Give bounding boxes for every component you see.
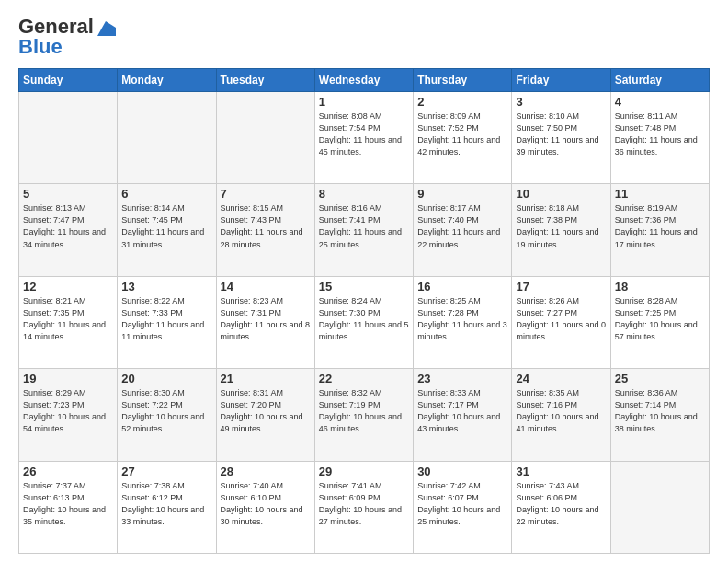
- day-info: Sunrise: 7:38 AMSunset: 6:12 PMDaylight:…: [121, 480, 211, 528]
- calendar-cell: 2Sunrise: 8:09 AMSunset: 7:52 PMDaylight…: [414, 92, 512, 184]
- day-info: Sunrise: 8:08 AMSunset: 7:54 PMDaylight:…: [319, 110, 409, 158]
- day-info: Sunrise: 8:31 AMSunset: 7:20 PMDaylight:…: [221, 387, 311, 435]
- calendar-cell: 3Sunrise: 8:10 AMSunset: 7:50 PMDaylight…: [512, 92, 610, 184]
- col-friday: Friday: [512, 69, 610, 92]
- day-info: Sunrise: 8:10 AMSunset: 7:50 PMDaylight:…: [516, 110, 606, 158]
- calendar-cell: 18Sunrise: 8:28 AMSunset: 7:25 PMDayligh…: [610, 276, 709, 368]
- day-info: Sunrise: 8:14 AMSunset: 7:45 PMDaylight:…: [121, 202, 211, 250]
- day-info: Sunrise: 8:29 AMSunset: 7:23 PMDaylight:…: [23, 387, 113, 435]
- day-info: Sunrise: 8:33 AMSunset: 7:17 PMDaylight:…: [417, 387, 507, 435]
- day-number: 15: [319, 280, 409, 293]
- col-monday: Monday: [118, 69, 216, 92]
- day-info: Sunrise: 8:21 AMSunset: 7:35 PMDaylight:…: [23, 295, 113, 343]
- calendar-cell: 22Sunrise: 8:32 AMSunset: 7:19 PMDayligh…: [314, 369, 413, 461]
- day-info: Sunrise: 8:16 AMSunset: 7:41 PMDaylight:…: [319, 202, 409, 250]
- calendar-week-row: 1Sunrise: 8:08 AMSunset: 7:54 PMDaylight…: [19, 92, 710, 184]
- day-number: 28: [221, 465, 311, 478]
- day-number: 24: [516, 372, 606, 385]
- calendar-cell: 12Sunrise: 8:21 AMSunset: 7:35 PMDayligh…: [19, 276, 118, 368]
- calendar-cell: 7Sunrise: 8:15 AMSunset: 7:43 PMDaylight…: [216, 184, 314, 276]
- col-tuesday: Tuesday: [216, 69, 314, 92]
- calendar-cell: 20Sunrise: 8:30 AMSunset: 7:22 PMDayligh…: [118, 369, 216, 461]
- day-number: 11: [615, 187, 705, 201]
- day-number: 2: [417, 95, 507, 109]
- calendar-cell: 25Sunrise: 8:36 AMSunset: 7:14 PMDayligh…: [610, 369, 709, 461]
- day-info: Sunrise: 7:37 AMSunset: 6:13 PMDaylight:…: [23, 480, 113, 528]
- day-info: Sunrise: 8:13 AMSunset: 7:47 PMDaylight:…: [23, 202, 113, 250]
- day-info: Sunrise: 8:26 AMSunset: 7:27 PMDaylight:…: [516, 295, 606, 343]
- day-number: 7: [221, 187, 311, 201]
- day-info: Sunrise: 7:43 AMSunset: 6:06 PMDaylight:…: [516, 480, 606, 528]
- calendar-week-row: 19Sunrise: 8:29 AMSunset: 7:23 PMDayligh…: [19, 369, 710, 461]
- col-sunday: Sunday: [19, 69, 118, 92]
- day-info: Sunrise: 8:11 AMSunset: 7:48 PMDaylight:…: [615, 110, 705, 158]
- calendar-cell: 9Sunrise: 8:17 AMSunset: 7:40 PMDaylight…: [414, 184, 512, 276]
- calendar-cell: 16Sunrise: 8:25 AMSunset: 7:28 PMDayligh…: [414, 276, 512, 368]
- day-number: 23: [417, 372, 507, 385]
- calendar-cell: 5Sunrise: 8:13 AMSunset: 7:47 PMDaylight…: [19, 184, 118, 276]
- calendar-cell: 10Sunrise: 8:18 AMSunset: 7:38 PMDayligh…: [512, 184, 610, 276]
- day-info: Sunrise: 8:32 AMSunset: 7:19 PMDaylight:…: [319, 387, 409, 435]
- day-info: Sunrise: 8:28 AMSunset: 7:25 PMDaylight:…: [615, 295, 705, 343]
- calendar-cell: 27Sunrise: 7:38 AMSunset: 6:12 PMDayligh…: [118, 461, 216, 553]
- calendar-cell: 31Sunrise: 7:43 AMSunset: 6:06 PMDayligh…: [512, 461, 610, 553]
- day-info: Sunrise: 8:35 AMSunset: 7:16 PMDaylight:…: [516, 387, 606, 435]
- calendar-cell: 23Sunrise: 8:33 AMSunset: 7:17 PMDayligh…: [414, 369, 512, 461]
- calendar-cell: 6Sunrise: 8:14 AMSunset: 7:45 PMDaylight…: [118, 184, 216, 276]
- day-number: 4: [615, 95, 705, 109]
- calendar-cell: 4Sunrise: 8:11 AMSunset: 7:48 PMDaylight…: [610, 92, 709, 184]
- day-info: Sunrise: 8:22 AMSunset: 7:33 PMDaylight:…: [121, 295, 211, 343]
- day-info: Sunrise: 7:40 AMSunset: 6:10 PMDaylight:…: [221, 480, 311, 528]
- day-number: 19: [23, 372, 113, 385]
- day-number: 9: [417, 187, 507, 201]
- day-number: 13: [121, 280, 211, 293]
- calendar-cell: [118, 92, 216, 184]
- day-number: 6: [121, 187, 211, 201]
- day-number: 30: [417, 465, 507, 478]
- calendar-week-row: 12Sunrise: 8:21 AMSunset: 7:35 PMDayligh…: [19, 276, 710, 368]
- day-number: 3: [516, 95, 606, 109]
- day-number: 22: [319, 372, 409, 385]
- day-number: 5: [23, 187, 113, 201]
- day-number: 21: [221, 372, 311, 385]
- day-info: Sunrise: 8:25 AMSunset: 7:28 PMDaylight:…: [417, 295, 507, 343]
- day-info: Sunrise: 8:23 AMSunset: 7:31 PMDaylight:…: [221, 295, 311, 343]
- calendar-cell: [216, 92, 314, 184]
- calendar-cell: [19, 92, 118, 184]
- calendar-cell: 13Sunrise: 8:22 AMSunset: 7:33 PMDayligh…: [118, 276, 216, 368]
- day-info: Sunrise: 8:36 AMSunset: 7:14 PMDaylight:…: [615, 387, 705, 435]
- calendar-cell: 24Sunrise: 8:35 AMSunset: 7:16 PMDayligh…: [512, 369, 610, 461]
- day-info: Sunrise: 8:24 AMSunset: 7:30 PMDaylight:…: [319, 295, 409, 343]
- calendar-cell: 11Sunrise: 8:19 AMSunset: 7:36 PMDayligh…: [610, 184, 709, 276]
- day-number: 17: [516, 280, 606, 293]
- calendar-week-row: 26Sunrise: 7:37 AMSunset: 6:13 PMDayligh…: [19, 461, 710, 553]
- calendar-cell: 30Sunrise: 7:42 AMSunset: 6:07 PMDayligh…: [414, 461, 512, 553]
- logo-triangle-icon: [96, 19, 116, 36]
- day-number: 29: [319, 465, 409, 478]
- calendar-cell: 15Sunrise: 8:24 AMSunset: 7:30 PMDayligh…: [314, 276, 413, 368]
- col-saturday: Saturday: [610, 69, 709, 92]
- calendar-cell: 21Sunrise: 8:31 AMSunset: 7:20 PMDayligh…: [216, 369, 314, 461]
- header: General Blue: [18, 15, 710, 59]
- col-thursday: Thursday: [414, 69, 512, 92]
- day-info: Sunrise: 8:18 AMSunset: 7:38 PMDaylight:…: [516, 202, 606, 250]
- day-info: Sunrise: 7:42 AMSunset: 6:07 PMDaylight:…: [417, 480, 507, 528]
- day-info: Sunrise: 8:19 AMSunset: 7:36 PMDaylight:…: [615, 202, 705, 250]
- day-number: 31: [516, 465, 606, 478]
- day-number: 27: [121, 465, 211, 478]
- calendar-cell: 8Sunrise: 8:16 AMSunset: 7:41 PMDaylight…: [314, 184, 413, 276]
- day-info: Sunrise: 8:15 AMSunset: 7:43 PMDaylight:…: [221, 202, 311, 250]
- svg-marker-0: [97, 21, 116, 36]
- col-wednesday: Wednesday: [314, 69, 413, 92]
- day-number: 14: [221, 280, 311, 293]
- day-info: Sunrise: 8:09 AMSunset: 7:52 PMDaylight:…: [417, 110, 507, 158]
- calendar-cell: 26Sunrise: 7:37 AMSunset: 6:13 PMDayligh…: [19, 461, 118, 553]
- day-number: 25: [615, 372, 705, 385]
- day-number: 18: [615, 280, 705, 293]
- day-number: 20: [121, 372, 211, 385]
- day-number: 1: [319, 95, 409, 109]
- calendar-table: Sunday Monday Tuesday Wednesday Thursday…: [18, 68, 710, 554]
- day-number: 8: [319, 187, 409, 201]
- page: General Blue Sunday Monday Tuesday Wedne…: [0, 0, 728, 563]
- day-info: Sunrise: 8:17 AMSunset: 7:40 PMDaylight:…: [417, 202, 507, 250]
